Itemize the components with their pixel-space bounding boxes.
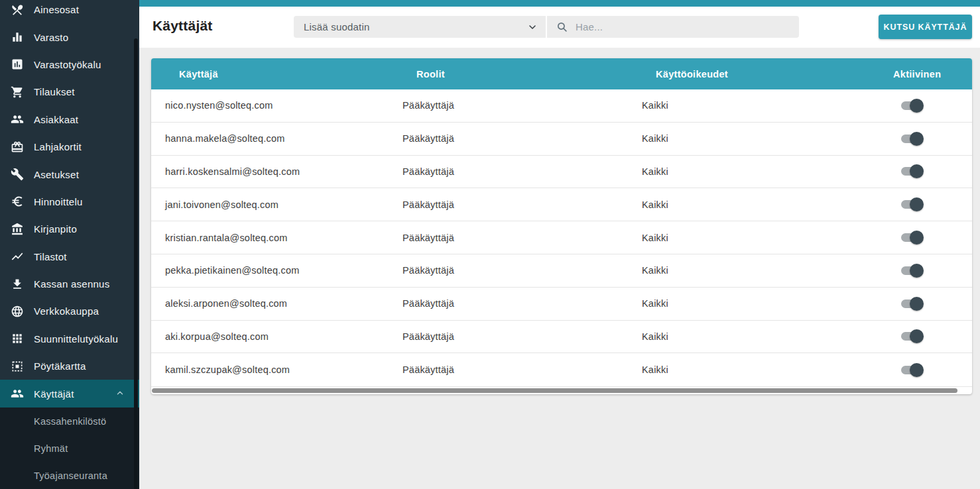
user-permissions: Kaikki <box>628 364 873 375</box>
globe-icon <box>11 305 24 318</box>
sidebar-item-label: Hinnoittelu <box>34 196 83 207</box>
table-row: hanna.makela@solteq.com Pääkäyttäjä Kaik… <box>151 123 972 156</box>
horizontal-scrollbar-thumb[interactable] <box>152 388 957 393</box>
sidebar-item-ainesosat[interactable]: Ainesosat <box>0 0 139 23</box>
user-role: Pääkäyttäjä <box>389 298 628 309</box>
user-email: aleksi.arponen@solteq.com <box>151 298 389 309</box>
sidebar-subitem-label: Työajanseuranta <box>34 470 107 481</box>
active-toggle[interactable] <box>901 197 924 211</box>
user-role: Pääkäyttäjä <box>389 199 628 210</box>
add-filter-label: Lisää suodatin <box>304 21 527 32</box>
active-toggle[interactable] <box>901 297 924 311</box>
user-role: Pääkäyttäjä <box>389 133 628 144</box>
sidebar-item-varasto[interactable]: Varasto <box>0 23 139 50</box>
column-header-user: Käyttäjä <box>151 69 389 80</box>
sidebar-item-hinnoittelu[interactable]: Hinnoittelu <box>0 188 139 215</box>
sidebar: Ainesosat Varasto Varastotyökalu Tilauks… <box>0 0 139 489</box>
content-area: Käyttäjä Roolit Käyttöoikeudet Aktiivine… <box>139 48 980 489</box>
people-icon <box>11 113 24 126</box>
user-email: aki.korpua@solteq.com <box>151 331 389 342</box>
add-filter-dropdown[interactable]: Lisää suodatin <box>294 16 546 38</box>
user-permissions: Kaikki <box>628 233 873 243</box>
sidebar-item-label: Asetukset <box>34 169 79 180</box>
user-email: hanna.makela@solteq.com <box>151 133 389 144</box>
sidebar-subitem-ryhmat[interactable]: Ryhmät <box>0 435 139 462</box>
active-toggle[interactable] <box>901 132 924 146</box>
sidebar-item-label: Suunnittelutyökalu <box>34 333 118 345</box>
app-topbar <box>139 0 980 7</box>
sidebar-item-label: Tilastot <box>34 251 67 262</box>
table-map-icon <box>11 360 24 373</box>
active-toggle[interactable] <box>901 99 924 113</box>
restaurant-icon <box>11 3 24 17</box>
sidebar-item-label: Ainesosat <box>34 4 79 15</box>
user-role: Pääkäyttäjä <box>389 331 628 342</box>
sidebar-item-suunnittelutyokalu[interactable]: Suunnittelutyökalu <box>0 325 139 353</box>
user-role: Pääkäyttäjä <box>389 265 628 276</box>
invite-user-button[interactable]: KUTSU KÄYTTÄJÄ <box>879 15 972 39</box>
table-row: harri.koskensalmi@solteq.com Pääkäyttäjä… <box>151 156 972 189</box>
shopping-cart-icon <box>11 85 24 99</box>
sidebar-item-label: Pöytäkartta <box>34 360 86 372</box>
sidebar-item-tilastot[interactable]: Tilastot <box>0 243 139 270</box>
horizontal-scrollbar <box>151 386 972 394</box>
sidebar-subitem-label: Ryhmät <box>34 443 68 454</box>
sidebar-submenu: Kassahenkilöstö Ryhmät Työajanseuranta <box>0 408 139 489</box>
user-permissions: Kaikki <box>628 166 873 177</box>
sidebar-item-kayttajat[interactable]: Käyttäjät <box>0 380 139 407</box>
user-permissions: Kaikki <box>628 298 873 309</box>
app-window: Ainesosat Varasto Varastotyökalu Tilauks… <box>0 0 980 489</box>
chevron-up-icon <box>115 388 125 398</box>
search-icon <box>556 21 568 32</box>
user-permissions: Kaikki <box>628 100 873 111</box>
sidebar-item-label: Tilaukset <box>34 86 75 97</box>
table-row: pekka.pietikainen@solteq.com Pääkäyttäjä… <box>151 254 972 288</box>
user-permissions: Kaikki <box>628 265 873 276</box>
table-row: kamil.szczupak@solteq.com Pääkäyttäjä Ka… <box>151 353 972 386</box>
sidebar-item-poytakartta[interactable]: Pöytäkartta <box>0 353 139 380</box>
table-row: aki.korpua@solteq.com Pääkäyttäjä Kaikki <box>151 321 972 354</box>
user-email: jani.toivonen@solteq.com <box>151 199 389 210</box>
download-icon <box>11 278 24 291</box>
sidebar-item-asiakkaat[interactable]: Asiakkaat <box>0 106 139 133</box>
sidebar-item-kirjanpito[interactable]: Kirjanpito <box>0 215 139 243</box>
column-header-roles: Roolit <box>389 69 628 80</box>
active-toggle[interactable] <box>901 231 924 244</box>
sidebar-item-kassan-asennus[interactable]: Kassan asennus <box>0 270 139 298</box>
sidebar-subitem-label: Kassahenkilöstö <box>34 416 106 427</box>
sidebar-item-verkkokauppa[interactable]: Verkkokauppa <box>0 298 139 325</box>
euro-icon <box>11 195 24 208</box>
user-role: Pääkäyttäjä <box>389 100 628 111</box>
column-header-active: Aktiivinen <box>873 69 972 80</box>
search-input[interactable] <box>574 21 792 33</box>
sidebar-subitem-tyoajanseuranta[interactable]: Työajanseuranta <box>0 462 139 489</box>
user-permissions: Kaikki <box>628 199 873 210</box>
user-permissions: Kaikki <box>628 133 873 144</box>
active-toggle[interactable] <box>901 363 924 377</box>
people-icon <box>11 387 24 400</box>
table-row: jani.toivonen@solteq.com Pääkäyttäjä Kai… <box>151 188 972 221</box>
users-table: Käyttäjä Roolit Käyttöoikeudet Aktiivine… <box>151 58 972 394</box>
user-permissions: Kaikki <box>628 331 873 342</box>
sidebar-item-asetukset[interactable]: Asetukset <box>0 160 139 188</box>
sidebar-item-tilaukset[interactable]: Tilaukset <box>0 78 139 105</box>
active-toggle[interactable] <box>901 329 924 343</box>
sidebar-item-lahjakortit[interactable]: Lahjakortit <box>0 133 139 160</box>
user-email: kamil.szczupak@solteq.com <box>151 364 389 375</box>
user-email: nico.nysten@solteq.com <box>151 100 389 111</box>
sidebar-scrollbar[interactable] <box>134 38 138 489</box>
sidebar-item-label: Kirjanpito <box>34 223 77 235</box>
page-header: Käyttäjät Lisää suodatin KUTSU KÄYTTÄJÄ <box>139 7 980 48</box>
sidebar-item-label: Varasto <box>34 32 68 43</box>
active-toggle[interactable] <box>901 264 924 278</box>
user-email: pekka.pietikainen@solteq.com <box>151 265 389 276</box>
user-role: Pääkäyttäjä <box>389 166 628 177</box>
sidebar-item-varastotyokalu[interactable]: Varastotyökalu <box>0 51 139 78</box>
table-row: kristian.rantala@solteq.com Pääkäyttäjä … <box>151 221 972 254</box>
sidebar-item-label: Käyttäjät <box>34 388 74 400</box>
gift-icon <box>11 140 24 154</box>
bar-chart-icon <box>11 30 24 44</box>
assessment-icon <box>11 58 24 71</box>
active-toggle[interactable] <box>901 164 924 178</box>
sidebar-subitem-kassahenkilosto[interactable]: Kassahenkilöstö <box>0 408 139 435</box>
